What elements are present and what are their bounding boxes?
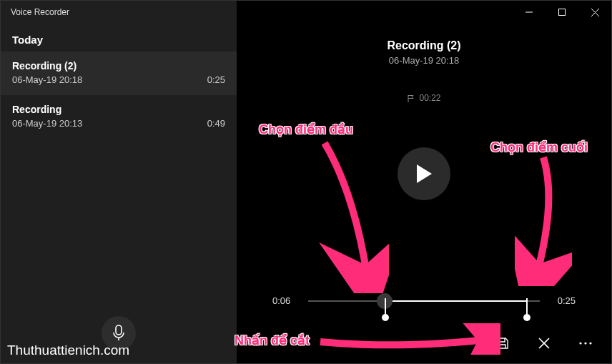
recording-title: Recording (2) [12, 60, 225, 72]
play-icon [415, 163, 433, 185]
save-icon [496, 337, 509, 350]
detail-title: Recording (2) [387, 39, 460, 52]
cancel-button[interactable] [534, 333, 554, 353]
svg-rect-2 [559, 9, 566, 16]
close-button[interactable] [578, 1, 611, 24]
microphone-icon [112, 325, 126, 342]
svg-point-10 [589, 342, 591, 344]
maximize-button[interactable] [546, 1, 578, 24]
save-button[interactable] [493, 333, 513, 353]
recording-duration: 0:25 [207, 74, 225, 85]
recording-date: 06-May-19 20:13 [12, 118, 82, 129]
app-title: Voice Recorder [1, 1, 237, 24]
section-header-today: Today [1, 24, 237, 51]
trim-active-range [385, 300, 526, 302]
recording-title: Recording [12, 104, 225, 115]
trim-slider[interactable]: 0:06 0:25 [237, 295, 611, 306]
minimize-button[interactable] [513, 1, 546, 24]
marker-time: 00:22 [407, 93, 440, 103]
annotation-save-label: Nhấn để cắt [235, 333, 310, 348]
trim-handle-start[interactable] [385, 298, 386, 314]
annotation-end-label: Chọn điểm cuối [490, 139, 588, 155]
detail-pane: Recording (2) 06-May-19 20:18 00:22 0:06 [237, 1, 611, 363]
app-window: Voice Recorder Today Recording (2) 06-Ma… [0, 0, 612, 364]
trim-start-label: 0:06 [272, 295, 297, 306]
svg-rect-0 [116, 325, 122, 335]
trim-end-label: 0:25 [551, 295, 576, 306]
window-controls [237, 1, 611, 24]
sidebar: Voice Recorder Today Recording (2) 06-Ma… [1, 1, 237, 363]
recording-item[interactable]: Recording (2) 06-May-19 20:18 0:25 [1, 51, 237, 95]
more-button[interactable] [576, 333, 596, 353]
detail-date: 06-May-19 20:18 [389, 55, 459, 66]
trim-handle-end[interactable] [526, 298, 528, 314]
recording-duration: 0:49 [207, 118, 225, 129]
recording-date: 06-May-19 20:18 [12, 74, 82, 85]
svg-point-9 [584, 342, 586, 344]
trim-track[interactable] [308, 300, 540, 302]
play-button[interactable] [398, 147, 450, 200]
action-bar [493, 333, 596, 353]
watermark: Thuthuattienich.com [7, 343, 129, 358]
flag-icon [407, 94, 415, 102]
more-icon [579, 342, 592, 345]
annotation-start-label: Chọn điểm đầu [259, 122, 353, 137]
svg-point-8 [579, 342, 581, 344]
svg-marker-5 [417, 164, 432, 183]
recording-item[interactable]: Recording 06-May-19 20:13 0:49 [1, 95, 237, 139]
close-icon [538, 338, 550, 349]
